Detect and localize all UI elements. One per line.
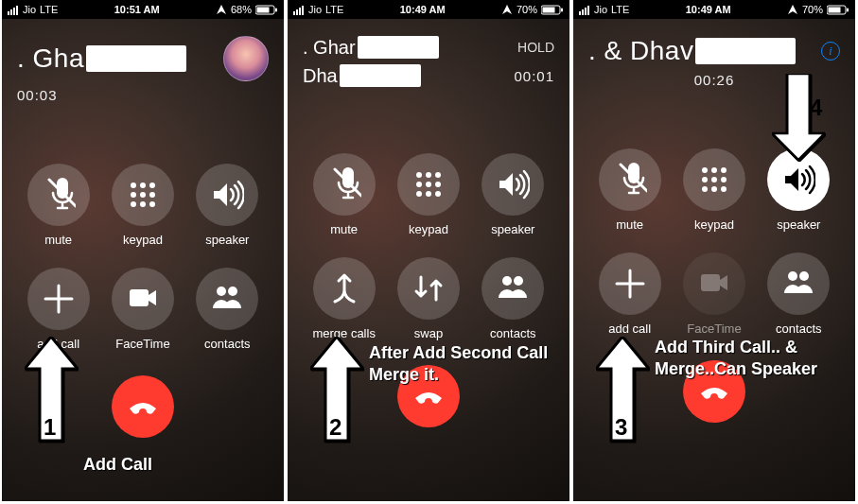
add-call-button[interactable] — [599, 252, 661, 315]
redaction-box — [358, 36, 439, 59]
contacts-icon — [781, 267, 815, 301]
network-label: LTE — [611, 4, 629, 15]
annotation-caption: Add Call — [83, 454, 152, 476]
keypad-button[interactable] — [683, 148, 745, 211]
info-button[interactable]: i — [821, 42, 840, 61]
keypad-label: keypad — [694, 217, 734, 232]
redaction-box — [695, 38, 796, 64]
mute-button[interactable] — [599, 148, 661, 211]
caller-name: . Gha — [17, 43, 84, 74]
end-call-icon — [124, 388, 162, 426]
network-label: LTE — [40, 4, 58, 15]
held-caller-name: . Ghar — [303, 37, 356, 59]
battery-icon — [541, 4, 564, 16]
contacts-label: contacts — [204, 337, 250, 351]
annotation-caption: After Add Second Call Merge it. — [369, 342, 549, 387]
speaker-label: speaker — [491, 222, 534, 236]
battery-percent: 70% — [802, 4, 823, 15]
contacts-label: contacts — [490, 326, 535, 340]
battery-percent: 68% — [231, 4, 252, 15]
plus-icon — [613, 267, 647, 301]
keypad-label: keypad — [409, 222, 448, 236]
contacts-button[interactable] — [196, 268, 258, 330]
signal-icon — [579, 4, 590, 15]
contacts-button[interactable] — [482, 257, 544, 320]
call-screen-3: Jio LTE 10:49 AM 70% . & Dhav i 00:26 mu… — [573, 0, 855, 501]
speaker-icon — [781, 163, 815, 197]
swap-label: swap — [414, 326, 443, 340]
contacts-icon — [210, 282, 244, 316]
swap-button[interactable] — [397, 257, 460, 320]
mute-button[interactable] — [27, 164, 90, 226]
facetime-label: FaceTime — [687, 322, 741, 336]
location-icon — [216, 4, 227, 15]
step-number: 3 — [615, 414, 627, 441]
speaker-button[interactable] — [196, 164, 258, 226]
mute-label: mute — [616, 217, 643, 232]
status-time: 10:51 AM — [114, 4, 160, 15]
facetime-icon — [126, 282, 160, 316]
mute-label: mute — [44, 233, 72, 247]
keypad-icon — [697, 163, 731, 197]
facetime-button — [683, 252, 745, 315]
contacts-button[interactable] — [767, 252, 830, 315]
call-timer: 00:03 — [17, 87, 269, 103]
annotation-arrow-up — [596, 337, 649, 469]
merge-icon — [327, 271, 361, 305]
call-screen-1: Jio LTE 10:51 AM 68% . Gha 00:03 mute ke… — [2, 0, 284, 501]
keypad-button[interactable] — [397, 153, 460, 216]
speaker-label: speaker — [777, 217, 820, 232]
facetime-label: FaceTime — [115, 337, 169, 351]
redaction-box — [86, 45, 186, 72]
step-number: 1 — [44, 414, 56, 441]
contact-avatar[interactable] — [223, 36, 269, 81]
facetime-icon — [697, 267, 731, 301]
carrier-label: Jio — [308, 4, 322, 15]
mute-label: mute — [330, 222, 358, 236]
add-call-button[interactable] — [27, 268, 90, 330]
swap-icon — [411, 271, 446, 305]
contacts-label: contacts — [776, 322, 821, 336]
status-bar: Jio LTE 10:51 AM 68% — [2, 0, 284, 19]
plus-icon — [42, 282, 76, 316]
signal-icon — [8, 4, 19, 15]
active-caller-name: Dha — [303, 65, 338, 87]
location-icon — [787, 4, 798, 15]
merge-calls-button[interactable] — [313, 257, 376, 320]
status-time: 10:49 AM — [400, 4, 446, 15]
annotation-arrow-up — [310, 337, 363, 469]
call-screen-2: Jio LTE 10:49 AM 70% . Ghar HOLD Dha — [288, 0, 569, 501]
redaction-box — [340, 64, 421, 87]
annotation-caption: Add Third Call.. & Merge..Can Speaker — [655, 337, 844, 381]
annotation-arrow-up — [25, 337, 78, 469]
keypad-label: keypad — [123, 233, 163, 247]
carrier-label: Jio — [23, 4, 36, 15]
battery-icon — [255, 4, 278, 16]
end-call-button[interactable] — [112, 375, 174, 438]
speaker-label: speaker — [205, 233, 249, 247]
mute-button[interactable] — [313, 153, 376, 216]
battery-percent: 70% — [517, 4, 537, 15]
status-time: 10:49 AM — [686, 4, 731, 15]
battery-icon — [827, 4, 849, 16]
speaker-icon — [496, 167, 530, 201]
keypad-icon — [126, 178, 160, 212]
contacts-icon — [496, 271, 530, 305]
call-timer: 00:01 — [514, 68, 554, 84]
mute-icon — [613, 163, 647, 197]
facetime-button[interactable] — [112, 268, 174, 330]
hold-label: HOLD — [517, 40, 554, 55]
status-bar: Jio LTE 10:49 AM 70% — [288, 0, 569, 19]
add-call-label: add call — [608, 322, 651, 336]
network-label: LTE — [325, 4, 343, 15]
keypad-icon — [411, 167, 446, 201]
speaker-button[interactable] — [482, 153, 544, 216]
step-number: 2 — [329, 414, 341, 441]
status-bar: Jio LTE 10:49 AM 70% — [573, 0, 855, 19]
step-number-4: 4 — [810, 95, 822, 121]
carrier-label: Jio — [594, 4, 607, 15]
keypad-button[interactable] — [112, 164, 174, 226]
mute-icon — [42, 178, 76, 212]
conference-name: . & Dhav — [588, 36, 693, 66]
location-icon — [501, 4, 513, 15]
